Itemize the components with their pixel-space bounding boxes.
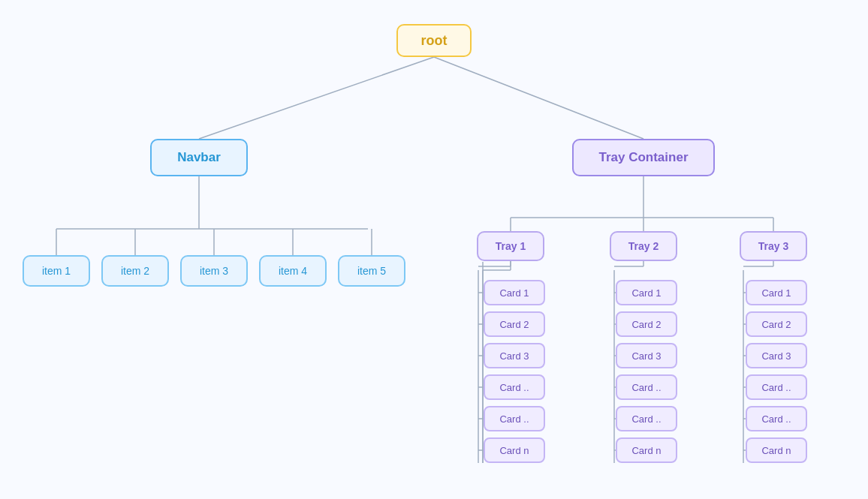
tray1-card-5-label: Card ..: [499, 413, 529, 425]
tray1-card-3-label: Card 3: [499, 350, 529, 362]
tray-container-label: Tray Container: [598, 150, 688, 165]
tray2-card-3-label: Card 3: [631, 350, 661, 362]
tray3-card-n-label: Card n: [761, 445, 791, 456]
tray-3-node[interactable]: Tray 3: [740, 231, 807, 261]
tray2-card-5-label: Card ..: [631, 413, 661, 425]
root-node[interactable]: root: [396, 24, 472, 57]
tray3-card-3-label: Card 3: [761, 350, 791, 362]
tray3-card-5-label: Card ..: [761, 413, 791, 425]
tray-container-node[interactable]: Tray Container: [572, 139, 715, 176]
nav-item-4[interactable]: item 4: [259, 255, 327, 287]
nav-item-1-label: item 1: [42, 265, 71, 277]
tray2-card-3[interactable]: Card 3: [616, 343, 677, 368]
tray2-card-1[interactable]: Card 1: [616, 280, 677, 305]
tray-1-label: Tray 1: [496, 240, 526, 252]
tray2-card-2[interactable]: Card 2: [616, 311, 677, 337]
tray2-card-n-label: Card n: [631, 445, 661, 456]
tray1-card-2-label: Card 2: [499, 319, 529, 330]
tray-2-node[interactable]: Tray 2: [610, 231, 677, 261]
tray2-card-5[interactable]: Card ..: [616, 406, 677, 431]
connection-lines: [0, 0, 868, 499]
tray3-card-2-label: Card 2: [761, 319, 791, 330]
tray3-card-1[interactable]: Card 1: [746, 280, 807, 305]
navbar-label: Navbar: [177, 150, 221, 165]
tray3-card-3[interactable]: Card 3: [746, 343, 807, 368]
nav-item-3[interactable]: item 3: [180, 255, 248, 287]
nav-item-5[interactable]: item 5: [338, 255, 405, 287]
diagram: root Navbar Tray Container item 1 item 2…: [0, 0, 868, 499]
tray1-card-1[interactable]: Card 1: [484, 280, 545, 305]
tray2-card-4[interactable]: Card ..: [616, 374, 677, 400]
tray-2-label: Tray 2: [628, 240, 659, 252]
nav-item-4-label: item 4: [279, 265, 307, 277]
nav-item-1[interactable]: item 1: [23, 255, 90, 287]
tray2-card-2-label: Card 2: [631, 319, 661, 330]
tray1-card-3[interactable]: Card 3: [484, 343, 545, 368]
tray2-card-4-label: Card ..: [631, 382, 661, 393]
tray1-card-5[interactable]: Card ..: [484, 406, 545, 431]
tray1-card-2[interactable]: Card 2: [484, 311, 545, 337]
nav-item-3-label: item 3: [200, 265, 228, 277]
nav-item-2-label: item 2: [121, 265, 149, 277]
tray1-card-n-label: Card n: [499, 445, 529, 456]
root-label: root: [421, 33, 448, 49]
tray3-card-2[interactable]: Card 2: [746, 311, 807, 337]
tray1-card-n[interactable]: Card n: [484, 437, 545, 463]
tray3-card-1-label: Card 1: [761, 287, 791, 299]
tray-1-node[interactable]: Tray 1: [477, 231, 544, 261]
tray2-card-1-label: Card 1: [631, 287, 661, 299]
svg-line-1: [434, 57, 643, 139]
tray1-card-4-label: Card ..: [499, 382, 529, 393]
nav-item-5-label: item 5: [357, 265, 386, 277]
nav-item-2[interactable]: item 2: [101, 255, 169, 287]
tray-3-label: Tray 3: [758, 240, 788, 252]
tray2-card-n[interactable]: Card n: [616, 437, 677, 463]
navbar-node[interactable]: Navbar: [150, 139, 248, 176]
tray3-card-4[interactable]: Card ..: [746, 374, 807, 400]
tray3-card-5[interactable]: Card ..: [746, 406, 807, 431]
tray3-card-4-label: Card ..: [761, 382, 791, 393]
tray1-card-1-label: Card 1: [499, 287, 529, 299]
tray1-card-4[interactable]: Card ..: [484, 374, 545, 400]
svg-line-0: [199, 57, 434, 139]
tray3-card-n[interactable]: Card n: [746, 437, 807, 463]
